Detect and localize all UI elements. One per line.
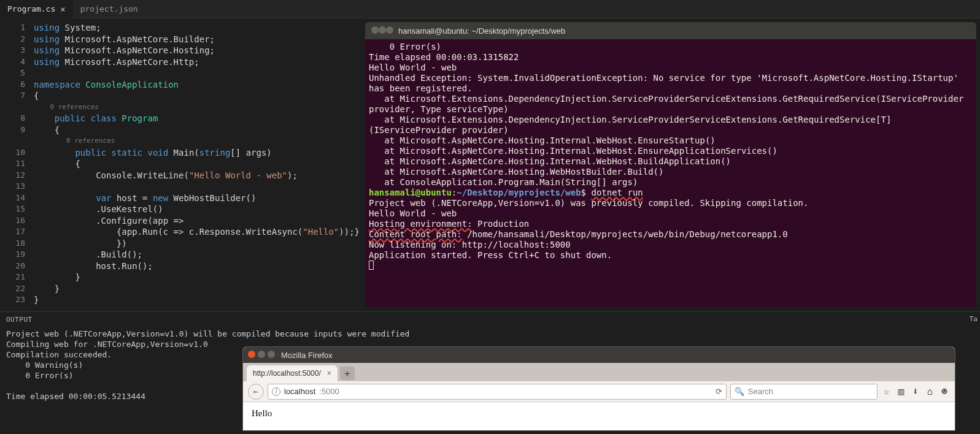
firefox-tab-label: http://localhost:5000/ — [253, 369, 321, 378]
window-control-icon[interactable] — [248, 351, 255, 358]
main-split: 1234567 89 1011121314151617181920212223 … — [0, 18, 980, 311]
terminal-line: at Microsoft.AspNetCore.Hosting.Internal… — [369, 146, 973, 156]
window-control-icon[interactable] — [379, 26, 386, 34]
back-button[interactable]: ← — [248, 384, 264, 400]
code-line[interactable]: public static void Main(string[] args) — [34, 147, 365, 159]
window-control-icon[interactable] — [268, 351, 275, 358]
code-line[interactable]: } — [34, 283, 365, 295]
editor-tab[interactable]: project.json — [73, 0, 145, 18]
code-line[interactable]: namespace ConsoleApplication — [34, 79, 365, 91]
editor-tab-label: Program.cs — [7, 0, 55, 18]
smile-icon[interactable]: ☻ — [941, 386, 947, 397]
terminal-line: at Microsoft.AspNetCore.Hosting.Internal… — [369, 156, 973, 167]
terminal-line: Hello World - web — [369, 63, 973, 73]
plus-icon: + — [344, 368, 350, 379]
editor-tabbar: Program.cs×project.json — [0, 0, 980, 18]
terminal-line: at Microsoft.AspNetCore.Hosting.WebHostB… — [369, 167, 973, 177]
window-control-icon[interactable] — [258, 351, 265, 358]
url-bar[interactable]: i localhost:5000 ⟳ — [268, 384, 727, 400]
library-icon[interactable]: ▥ — [898, 386, 904, 397]
panel-right-edge-label[interactable]: Ta — [967, 311, 980, 327]
firefox-toolbar: ← i localhost:5000 ⟳ 🔍 Search ☆ ▥ ⬇ ⌂ ☻ — [243, 381, 955, 402]
output-panel-title[interactable]: OUTPUT — [0, 312, 980, 327]
code-line[interactable]: { — [34, 124, 365, 136]
code-line[interactable]: var host = new WebHostBuilder() — [34, 192, 365, 204]
code-line[interactable]: using System; — [34, 22, 365, 34]
terminal-line: at Microsoft.AspNetCore.Hosting.Internal… — [369, 135, 973, 146]
editor-tab-label: project.json — [80, 0, 138, 18]
line-gutter: 1234567 89 1011121314151617181920212223 — [0, 18, 34, 311]
firefox-titlebar[interactable]: Mozilla Firefox — [243, 347, 955, 363]
info-icon[interactable]: i — [272, 387, 280, 396]
codelens-reference[interactable]: 0 references — [34, 135, 365, 147]
code-line[interactable]: using Microsoft.AspNetCore.Http; — [34, 56, 365, 68]
star-icon[interactable]: ☆ — [884, 386, 890, 397]
code-line[interactable]: .Build(); — [34, 249, 365, 261]
code-line[interactable] — [34, 67, 365, 79]
code-line[interactable]: { — [34, 90, 365, 102]
new-tab-button[interactable]: + — [340, 367, 355, 380]
url-path: :5000 — [319, 387, 339, 396]
code-line[interactable]: using Microsoft.AspNetCore.Hosting; — [34, 45, 365, 56]
code-line[interactable]: } — [34, 294, 365, 306]
refresh-icon[interactable]: ⟳ — [716, 387, 722, 396]
download-icon[interactable]: ⬇ — [912, 386, 919, 397]
terminal-line: at ConsoleApplication.Program.Main(Strin… — [369, 177, 973, 188]
terminal-line: Content root path: /home/hansamali/Deskt… — [369, 229, 973, 240]
terminal-line: 0 Error(s) — [369, 42, 973, 52]
home-icon[interactable]: ⌂ — [927, 386, 933, 397]
firefox-page-body: Hello — [243, 402, 955, 430]
terminal-line: Hello World - web — [369, 208, 973, 219]
close-icon[interactable]: × — [60, 0, 65, 18]
terminal-line: Time elapsed 00:00:03.1315822 — [369, 52, 973, 63]
code-body[interactable]: using System;using Microsoft.AspNetCore.… — [34, 18, 365, 311]
search-icon: 🔍 — [735, 387, 744, 396]
firefox-window[interactable]: Mozilla Firefox http://localhost:5000/ ×… — [243, 347, 955, 430]
url-host: localhost — [284, 387, 315, 396]
editor-tab[interactable]: Program.cs× — [0, 0, 73, 18]
arrow-left-icon: ← — [253, 387, 258, 396]
code-line[interactable]: using Microsoft.AspNetCore.Builder; — [34, 34, 365, 45]
code-editor[interactable]: 1234567 89 1011121314151617181920212223 … — [0, 18, 365, 311]
code-line[interactable]: .UseKestrel() — [34, 204, 365, 215]
window-control-icon[interactable] — [386, 26, 393, 34]
terminal-line: hansamali@ubuntu:~/Desktop/myprojects/we… — [369, 188, 973, 198]
code-line[interactable]: { — [34, 158, 365, 170]
terminal-line: Hosting environment: Production — [369, 219, 973, 229]
code-line[interactable]: } — [34, 272, 365, 283]
code-line[interactable]: .Configure(app => — [34, 215, 365, 227]
terminal-line: Project web (.NETCoreApp,Version=v1.0) w… — [369, 198, 973, 208]
firefox-toolbar-icons: ☆ ▥ ⬇ ⌂ ☻ — [881, 386, 950, 397]
terminal-line: at Microsoft.Extensions.DependencyInject… — [369, 94, 973, 115]
terminal-line: Application started. Press Ctrl+C to shu… — [369, 250, 973, 261]
code-line[interactable]: Console.WriteLine("Hello World - web"); — [34, 170, 365, 181]
terminal-title-text: hansamali@ubuntu: ~/Desktop/myprojects/w… — [398, 26, 565, 36]
terminal-line: Now listening on: http://localhost:5000 — [369, 240, 973, 250]
close-icon[interactable]: × — [327, 369, 331, 378]
search-placeholder: Search — [748, 387, 773, 396]
code-line[interactable]: }) — [34, 238, 365, 249]
terminal-cursor — [369, 261, 374, 270]
terminal-line: at Microsoft.Extensions.DependencyInject… — [369, 115, 973, 135]
terminal-body[interactable]: 0 Error(s)Time elapsed 00:00:03.1315822H… — [365, 39, 976, 307]
code-line[interactable]: host.Run(); — [34, 261, 365, 272]
codelens-reference[interactable]: 0 references — [34, 102, 365, 113]
terminal-titlebar[interactable]: hansamali@ubuntu: ~/Desktop/myprojects/w… — [365, 22, 976, 39]
code-line[interactable]: {app.Run(c => c.Response.WriteAsync("Hel… — [34, 226, 365, 238]
window-control-icon[interactable] — [371, 26, 379, 34]
code-line[interactable] — [34, 181, 365, 192]
ubuntu-terminal[interactable]: hansamali@ubuntu: ~/Desktop/myprojects/w… — [365, 22, 976, 307]
firefox-tab[interactable]: http://localhost:5000/ × — [247, 365, 338, 381]
firefox-title-text: Mozilla Firefox — [281, 351, 333, 360]
terminal-pane: hansamali@ubuntu: ~/Desktop/myprojects/w… — [365, 18, 980, 311]
terminal-line: Unhandled Exception: System.InvalidOpera… — [369, 73, 973, 94]
firefox-tabstrip: http://localhost:5000/ × + — [243, 363, 955, 381]
search-bar[interactable]: 🔍 Search — [730, 384, 878, 400]
code-line[interactable]: public class Program — [34, 113, 365, 124]
